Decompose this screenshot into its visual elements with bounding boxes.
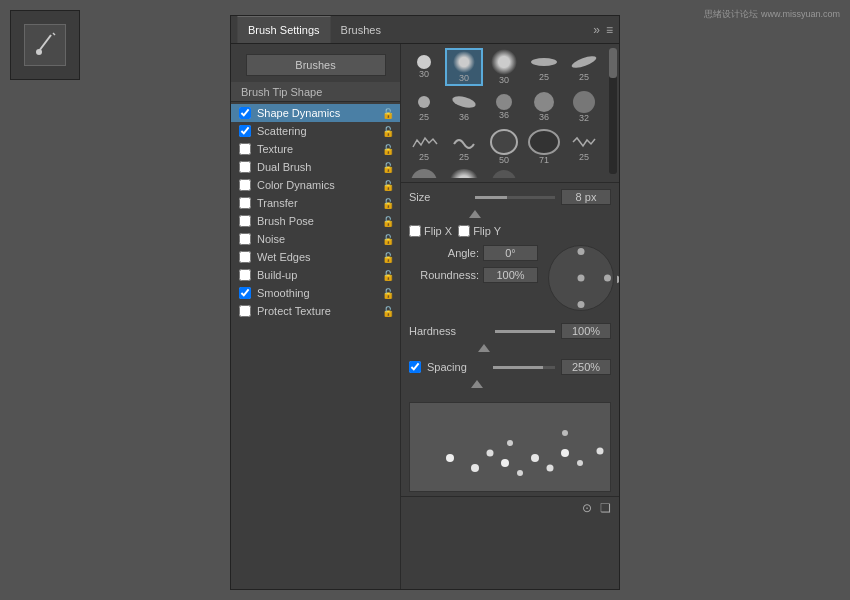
brush-cell-18[interactable]: 71 — [525, 128, 563, 166]
brush-cell-3[interactable]: 30 — [485, 48, 523, 86]
size-arrow-up[interactable] — [469, 210, 481, 218]
brush-cell-8[interactable]: 25 — [405, 88, 443, 126]
brush-cell-1[interactable]: 30 — [405, 48, 443, 86]
transfer-checkbox[interactable] — [239, 197, 251, 209]
wet-edges-lock: 🔓 — [382, 252, 394, 263]
size-slider[interactable] — [475, 196, 555, 199]
dial-dot-center — [578, 275, 585, 282]
dial-dot-right — [604, 275, 611, 282]
flip-y-checkbox[interactable] — [458, 225, 470, 237]
buildup-lock: 🔓 — [382, 270, 394, 281]
spacing-input[interactable] — [561, 359, 611, 375]
buildup-checkbox[interactable] — [239, 269, 251, 281]
brush-cell-23[interactable]: 50 — [445, 168, 483, 178]
content-area: 30 30 30 25 — [401, 44, 619, 589]
brush-tip-shape-title[interactable]: Brush Tip Shape — [231, 82, 400, 102]
noise-label: Noise — [257, 233, 285, 245]
wet-edges-checkbox[interactable] — [239, 251, 251, 263]
noise-checkbox[interactable] — [239, 233, 251, 245]
svg-point-14 — [531, 454, 539, 462]
sidebar-item-dual-brush[interactable]: Dual Brush 🔓 — [231, 158, 400, 176]
shape-dynamics-checkbox[interactable] — [239, 107, 251, 119]
dial-dot-bottom — [578, 301, 585, 308]
dial-circle[interactable]: ▶ — [548, 245, 614, 311]
wet-edges-label: Wet Edges — [257, 251, 311, 263]
brush-cell-12[interactable]: 32 — [565, 88, 603, 126]
hardness-slider[interactable] — [495, 330, 555, 333]
sidebar-item-protect-texture[interactable]: Protect Texture 🔓 — [231, 302, 400, 320]
shape-dynamics-label: Shape Dynamics — [257, 107, 340, 119]
size-input[interactable] — [561, 189, 611, 205]
sidebar-item-transfer[interactable]: Transfer 🔓 — [231, 194, 400, 212]
brush-cell-22[interactable]: 50 — [405, 168, 443, 178]
noise-lock: 🔓 — [382, 234, 394, 245]
sidebar-item-scattering[interactable]: Scattering 🔓 — [231, 122, 400, 140]
brush-cell-10[interactable]: 36 — [485, 88, 523, 126]
brush-grid-scroll: 30 30 30 25 — [405, 48, 615, 178]
angle-label: Angle: — [409, 247, 479, 259]
sidebar-item-color-dynamics[interactable]: Color Dynamics 🔓 — [231, 176, 400, 194]
brush-cell-9[interactable]: 36 — [445, 88, 483, 126]
brush-tool-icon[interactable] — [24, 24, 66, 66]
dial-dot-top — [578, 248, 585, 255]
protect-texture-checkbox[interactable] — [239, 305, 251, 317]
svg-point-10 — [471, 464, 479, 472]
brush-cell-4[interactable]: 25 — [525, 48, 563, 86]
brush-cell-16[interactable]: 25 — [445, 128, 483, 166]
spacing-arrow-up[interactable] — [471, 380, 483, 388]
svg-point-17 — [561, 449, 569, 457]
texture-checkbox[interactable] — [239, 143, 251, 155]
brush-pose-checkbox[interactable] — [239, 215, 251, 227]
sidebar-item-noise[interactable]: Noise 🔓 — [231, 230, 400, 248]
flip-x-checkbox[interactable] — [409, 225, 421, 237]
color-dynamics-checkbox[interactable] — [239, 179, 251, 191]
sidebar-item-wet-edges[interactable]: Wet Edges 🔓 — [231, 248, 400, 266]
svg-point-9 — [446, 454, 454, 462]
hardness-arrow-up[interactable] — [478, 344, 490, 352]
brush-cell-11[interactable]: 36 — [525, 88, 563, 126]
smoothing-checkbox[interactable] — [239, 287, 251, 299]
scattering-lock: 🔓 — [382, 126, 394, 137]
footer-icon-2[interactable]: ❏ — [600, 501, 611, 515]
tab-brush-settings[interactable]: Brush Settings — [237, 16, 331, 43]
dial-arrow-right: ▶ — [617, 273, 619, 284]
brush-grid: 30 30 30 25 — [401, 44, 619, 183]
brush-grid-scrollbar[interactable] — [609, 48, 617, 174]
angle-input[interactable] — [483, 245, 538, 261]
scattering-checkbox[interactable] — [239, 125, 251, 137]
brushes-button[interactable]: Brushes — [246, 54, 386, 76]
spacing-slider[interactable] — [493, 366, 555, 369]
spacing-checkbox[interactable] — [409, 361, 421, 373]
panel-menu-icon[interactable]: ≡ — [606, 23, 613, 37]
brush-cell-5[interactable]: 25 — [565, 48, 603, 86]
size-arrow-row — [401, 207, 619, 221]
sidebar-item-brush-pose[interactable]: Brush Pose 🔓 — [231, 212, 400, 230]
sidebar-item-texture[interactable]: Texture 🔓 — [231, 140, 400, 158]
flip-x-label[interactable]: Flip X — [409, 225, 452, 237]
roundness-input[interactable] — [483, 267, 538, 283]
sidebar-item-buildup[interactable]: Build-up 🔓 — [231, 266, 400, 284]
texture-label: Texture — [257, 143, 293, 155]
footer-icon-1[interactable]: ⊙ — [582, 501, 592, 515]
svg-point-16 — [507, 440, 513, 446]
hardness-row: Hardness — [401, 319, 619, 341]
flip-y-label[interactable]: Flip Y — [458, 225, 501, 237]
svg-point-4 — [570, 54, 597, 70]
brush-cell-24[interactable]: 36 — [485, 168, 523, 178]
tab-brushes[interactable]: Brushes — [331, 16, 391, 43]
hardness-input[interactable] — [561, 323, 611, 339]
sidebar: Brushes Brush Tip Shape Shape Dynamics 🔓… — [231, 44, 401, 589]
sidebar-item-smoothing[interactable]: Smoothing 🔓 — [231, 284, 400, 302]
shape-dynamics-lock: 🔓 — [382, 108, 394, 119]
brush-cell-15[interactable]: 25 — [405, 128, 443, 166]
brush-cell-19[interactable]: 25 — [565, 128, 603, 166]
dual-brush-checkbox[interactable] — [239, 161, 251, 173]
protect-texture-lock: 🔓 — [382, 306, 394, 317]
brush-cell-2[interactable]: 30 — [445, 48, 483, 86]
roundness-row: Roundness: — [409, 267, 538, 283]
brush-cell-17[interactable]: 50 — [485, 128, 523, 166]
smoothing-label: Smoothing — [257, 287, 310, 299]
dial-container[interactable]: ▶ — [546, 245, 616, 315]
panel-expand-icon[interactable]: » — [593, 23, 600, 37]
sidebar-item-shape-dynamics[interactable]: Shape Dynamics 🔓 — [231, 104, 400, 122]
